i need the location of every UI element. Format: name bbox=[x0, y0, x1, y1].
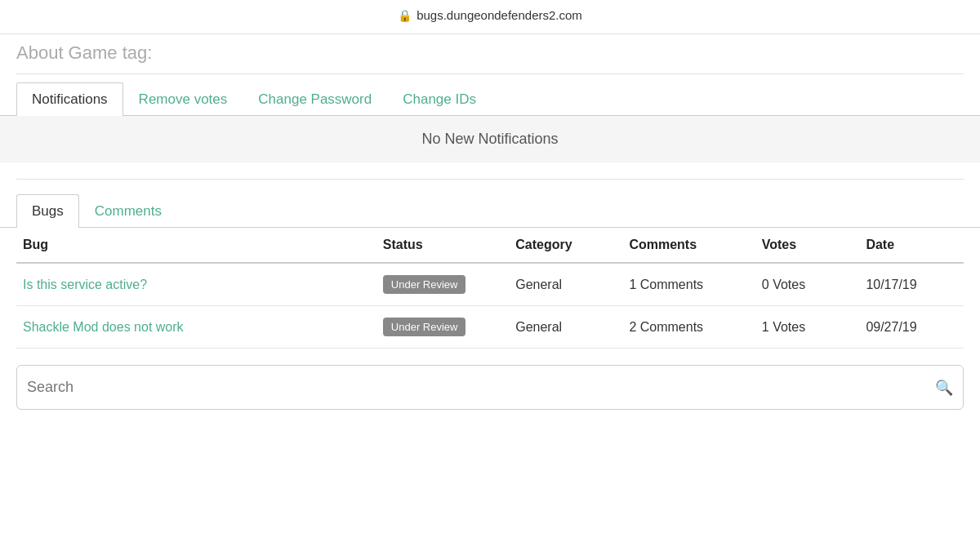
cell-comments: 2 Comments bbox=[622, 306, 755, 349]
page-title: About Game tag: bbox=[16, 42, 152, 63]
bugs-table: Bug Status Category Comments Votes Date … bbox=[16, 228, 964, 349]
status-badge: Under Review bbox=[383, 275, 466, 294]
bug-link[interactable]: Is this service active? bbox=[23, 278, 147, 291]
page-header: About Game tag: bbox=[0, 34, 980, 67]
tab-change-ids[interactable]: Change IDs bbox=[387, 82, 492, 116]
bugs-comments-tab-row: Bugs Comments bbox=[0, 194, 980, 228]
col-header-date: Date bbox=[859, 228, 964, 263]
cell-date: 10/17/19 bbox=[859, 263, 964, 306]
table-row: Is this service active? Under Review Gen… bbox=[16, 263, 964, 306]
notifications-tab-row: Notifications Remove votes Change Passwo… bbox=[0, 82, 980, 116]
search-input[interactable] bbox=[27, 366, 929, 409]
tab-comments[interactable]: Comments bbox=[79, 194, 177, 228]
cell-votes: 1 Votes bbox=[755, 306, 860, 349]
search-container: 🔍 bbox=[16, 365, 964, 410]
col-header-category: Category bbox=[509, 228, 622, 263]
cell-votes: 0 Votes bbox=[755, 263, 860, 306]
notification-panel: No New Notifications bbox=[0, 116, 980, 162]
cell-comments: 1 Comments bbox=[622, 263, 755, 306]
tab-bugs[interactable]: Bugs bbox=[16, 194, 79, 228]
no-notifications-message: No New Notifications bbox=[421, 131, 558, 147]
table-header-row: Bug Status Category Comments Votes Date bbox=[16, 228, 964, 263]
cell-category: General bbox=[509, 306, 622, 349]
col-header-comments: Comments bbox=[622, 228, 755, 263]
header-divider bbox=[16, 73, 964, 74]
table-row: Shackle Mod does not work Under Review G… bbox=[16, 306, 964, 349]
cell-category: General bbox=[509, 263, 622, 306]
lock-icon: 🔒 bbox=[398, 9, 412, 22]
col-header-votes: Votes bbox=[755, 228, 860, 263]
col-header-status: Status bbox=[376, 228, 509, 263]
search-icon: 🔍 bbox=[935, 379, 953, 397]
tab-change-password[interactable]: Change Password bbox=[243, 82, 387, 116]
status-badge: Under Review bbox=[383, 318, 466, 336]
section-divider bbox=[16, 179, 964, 180]
tab-notifications[interactable]: Notifications bbox=[16, 82, 123, 116]
bugs-table-container: Bug Status Category Comments Votes Date … bbox=[0, 228, 980, 349]
cell-date: 09/27/19 bbox=[859, 306, 964, 349]
col-header-bug: Bug bbox=[16, 228, 376, 263]
tab-remove-votes[interactable]: Remove votes bbox=[123, 82, 243, 116]
domain-label: bugs.dungeondefenders2.com bbox=[416, 8, 582, 22]
bug-link[interactable]: Shackle Mod does not work bbox=[23, 320, 184, 334]
top-bar: 🔒 bugs.dungeondefenders2.com bbox=[0, 0, 980, 34]
